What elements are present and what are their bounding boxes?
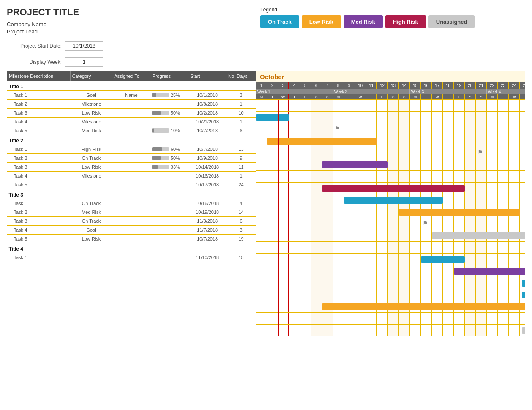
task-days: 1 bbox=[226, 118, 256, 126]
project-lead: Project Lead bbox=[7, 28, 252, 35]
gantt-day-9: 9 bbox=[344, 82, 355, 89]
gantt-weekday-21: M bbox=[487, 94, 498, 100]
gantt-task-row bbox=[256, 289, 525, 301]
gantt-weeks-row: Week 1Week 2Week 3Week 4 bbox=[256, 89, 525, 94]
gantt-week-3: Week 3 bbox=[410, 89, 487, 94]
th-start: Start bbox=[188, 71, 226, 81]
task-name: Task 1 bbox=[7, 91, 71, 100]
task-name: Task 5 bbox=[7, 235, 71, 243]
gantt-bar bbox=[322, 303, 525, 310]
gantt-weekday-17: T bbox=[443, 94, 454, 100]
task-days: 15 bbox=[226, 253, 256, 262]
task-assigned bbox=[112, 172, 150, 180]
gantt-day-24: 24 bbox=[509, 82, 520, 89]
today-line bbox=[278, 100, 279, 336]
task-name: Task 5 bbox=[7, 180, 71, 189]
task-category: Goal bbox=[70, 226, 112, 235]
gantt-day-13: 13 bbox=[388, 82, 399, 89]
page: PROJECT TITLE Company Name Project Lead … bbox=[0, 0, 532, 410]
task-category: On Track bbox=[70, 154, 112, 163]
task-assigned bbox=[112, 145, 150, 154]
gantt-day-4: 4 bbox=[289, 82, 300, 89]
gantt-day-16: 16 bbox=[421, 82, 432, 89]
gantt-day-22: 22 bbox=[487, 82, 498, 89]
task-start: 10/7/2018 bbox=[188, 126, 226, 135]
task-assigned bbox=[112, 235, 150, 243]
task-days: 24 bbox=[226, 180, 256, 189]
gantt-week-2: Week 2 bbox=[333, 89, 410, 94]
gantt-week-4: Week 4 bbox=[487, 89, 525, 94]
task-progress bbox=[150, 100, 188, 109]
th-progress: Progress bbox=[150, 71, 188, 81]
task-category: Med Risk bbox=[70, 126, 112, 135]
gantt-title-row bbox=[256, 242, 525, 254]
gantt-title-row bbox=[256, 100, 525, 112]
gantt-task-row bbox=[256, 112, 525, 123]
task-name: Task 1 bbox=[7, 199, 71, 208]
gantt-bar bbox=[344, 197, 443, 204]
task-assigned bbox=[112, 217, 150, 226]
task-start: 10/16/2018 bbox=[188, 172, 226, 180]
task-start: 10/19/2018 bbox=[188, 208, 226, 217]
section-title: Title 1 bbox=[7, 81, 256, 91]
task-category bbox=[70, 180, 112, 189]
legend-on-track: On Track bbox=[260, 15, 299, 28]
display-week-row: Display Week: 1 bbox=[7, 57, 252, 67]
task-category: On Track bbox=[70, 217, 112, 226]
gantt-day-14: 14 bbox=[399, 82, 410, 89]
gantt-bar bbox=[454, 268, 525, 275]
gantt-title-row bbox=[256, 171, 525, 183]
gantt-weekdays-row: MTWTFSSMTWTFSSMTWTFSSMTWT bbox=[256, 94, 525, 100]
task-name: Task 1 bbox=[7, 145, 71, 154]
task-start: 10/8/2018 bbox=[188, 100, 226, 109]
legend-unassigned: Unassigned bbox=[428, 15, 475, 28]
start-date-value[interactable]: 10/1/2018 bbox=[65, 41, 103, 51]
gantt-day-11: 11 bbox=[366, 82, 377, 89]
milestone-flag: ⚑ bbox=[335, 125, 340, 132]
task-progress: 25% bbox=[150, 91, 188, 100]
start-date-label: Project Start Date: bbox=[7, 43, 62, 49]
company-name: Company Name bbox=[7, 21, 252, 27]
gantt-weekday-3: T bbox=[289, 94, 300, 100]
task-days: 9 bbox=[226, 154, 256, 163]
task-category: Milestone bbox=[70, 118, 112, 126]
task-days: 3 bbox=[226, 226, 256, 235]
gantt-weekday-5: S bbox=[311, 94, 322, 100]
right-gantt: October 12345678910111213141516171819202… bbox=[256, 71, 525, 336]
legend-items: On Track Low Risk Med Risk High Risk Una… bbox=[260, 15, 522, 28]
task-assigned bbox=[112, 118, 150, 126]
legend-high-risk: High Risk bbox=[385, 15, 426, 28]
start-date-row: Project Start Date: 10/1/2018 bbox=[7, 41, 252, 51]
gantt-bar bbox=[256, 114, 289, 121]
task-name: Task 4 bbox=[7, 172, 71, 180]
gantt-day-1: 1 bbox=[256, 82, 267, 89]
task-start: 10/7/2018 bbox=[188, 235, 226, 243]
task-assigned bbox=[112, 226, 150, 235]
task-progress bbox=[150, 226, 188, 235]
gantt-task-row bbox=[256, 183, 525, 194]
task-days: 3 bbox=[226, 91, 256, 100]
gantt-day-17: 17 bbox=[432, 82, 443, 89]
task-name: Task 5 bbox=[7, 126, 71, 135]
gantt-weekday-24: T bbox=[520, 94, 525, 100]
task-progress bbox=[150, 118, 188, 126]
task-start: 10/7/2018 bbox=[188, 145, 226, 154]
task-start: 10/21/2018 bbox=[188, 118, 226, 126]
task-assigned: Name bbox=[112, 91, 150, 100]
th-category: Category bbox=[70, 71, 112, 81]
task-start: 11/10/2018 bbox=[188, 253, 226, 262]
task-category: Med Risk bbox=[70, 208, 112, 217]
gantt-weekday-15: T bbox=[421, 94, 432, 100]
task-days: 19 bbox=[226, 235, 256, 243]
task-name: Task 3 bbox=[7, 163, 71, 172]
task-days: 6 bbox=[226, 126, 256, 135]
display-week-value[interactable]: 1 bbox=[65, 57, 103, 67]
gantt-day-6: 6 bbox=[311, 82, 322, 89]
task-category: On Track bbox=[70, 199, 112, 208]
gantt-bar bbox=[522, 280, 525, 287]
task-days: 10 bbox=[226, 109, 256, 118]
gantt-weekday-4: F bbox=[300, 94, 311, 100]
section-title: Title 2 bbox=[7, 135, 256, 145]
gantt-day-25: 25 bbox=[520, 82, 525, 89]
gantt-day-12: 12 bbox=[377, 82, 388, 89]
